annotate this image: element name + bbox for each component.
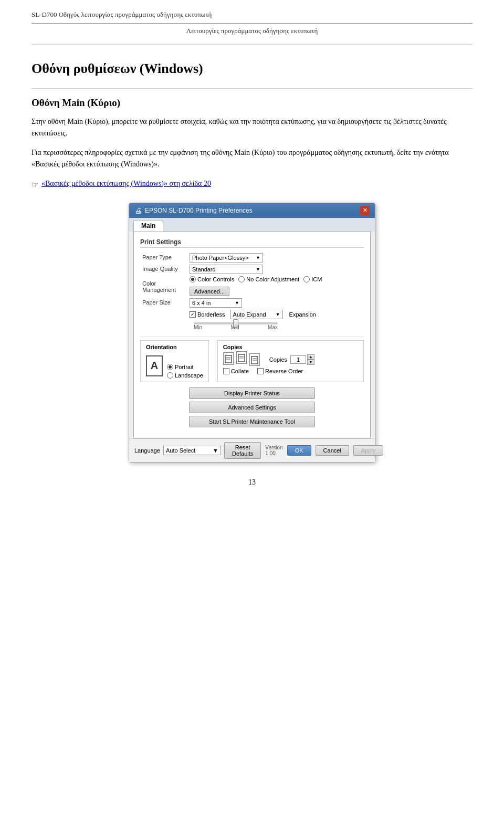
paper-size-select[interactable]: 6 x 4 in ▼ — [190, 298, 242, 308]
settings-table: Paper Type Photo Paper<Glossy> ▼ Image Q… — [140, 252, 364, 331]
image-quality-row: Image Quality Standard ▼ — [140, 264, 364, 275]
borderless-row: Borderless Auto Expand ▼ Expansion — [140, 309, 364, 331]
main-title: Οθόνη ρυθμίσεων (Windows) — [32, 61, 472, 77]
borderless-value-cell: Borderless Auto Expand ▼ Expansion — [187, 309, 364, 331]
start-maintenance-button[interactable]: Start SL Printer Maintenance Tool — [189, 416, 315, 427]
copy-icon-2 — [236, 351, 247, 364]
dialog-title-text: EPSON SL-D700 Printing Preferences — [145, 207, 253, 214]
icm-label: ICM — [311, 276, 322, 282]
apply-button[interactable]: Apply — [353, 445, 384, 456]
language-value: Auto Select — [166, 447, 195, 454]
paper-type-row: Paper Type Photo Paper<Glossy> ▼ — [140, 252, 364, 264]
dialog-footer: Language Auto Select ▼ Reset Defaults Ve… — [129, 438, 375, 462]
portrait-label: Portrait — [175, 364, 193, 370]
paper-type-text: Photo Paper<Glossy> — [192, 255, 249, 261]
color-management-row: Color Management Color Controls No Color… — [140, 275, 364, 297]
collate-checkbox-item[interactable]: Collate — [223, 368, 249, 374]
reverse-order-checkbox[interactable] — [257, 368, 264, 374]
image-quality-text: Standard — [192, 266, 216, 272]
landscape-label: Landscape — [175, 372, 203, 379]
language-select[interactable]: Auto Select ▼ — [163, 446, 221, 455]
image-quality-label: Image Quality — [140, 264, 187, 275]
paper-size-label: Paper Size — [140, 297, 187, 309]
copies-icons-row: Copies ▲ ▼ — [223, 353, 358, 366]
paper-type-select[interactable]: Photo Paper<Glossy> ▼ — [190, 253, 263, 262]
copies-icons — [223, 353, 258, 366]
borderless-checkbox-item[interactable]: Borderless — [190, 311, 225, 318]
copies-count-box: Copies ▲ ▼ — [269, 354, 314, 365]
radio-color-controls[interactable]: Color Controls — [190, 276, 234, 282]
display-printer-status-button[interactable]: Display Printer Status — [189, 387, 315, 399]
copy-icon-1 — [223, 352, 234, 365]
action-buttons-row: Display Printer Status Advanced Settings… — [140, 387, 364, 427]
advanced-settings-button[interactable]: Advanced Settings — [189, 402, 315, 413]
radio-portrait[interactable]: Portrait — [167, 364, 203, 370]
header-center: Λειτουργίες προγράμματος οδήγησης εκτυπω… — [32, 24, 472, 45]
dialog-window: 🖨 EPSON SL-D700 Printing Preferences ✕ M… — [129, 203, 375, 463]
dialog-icon: 🖨 — [134, 206, 142, 215]
max-label: Max — [268, 324, 278, 330]
dialog-body: Print Settings Paper Type Photo Paper<Gl… — [133, 232, 371, 438]
note-text[interactable]: «Βασικές μέθοδοι εκτύπωσης (Windows)» στ… — [41, 178, 211, 190]
radio-landscape[interactable]: Landscape — [167, 372, 203, 379]
copies-spin-up[interactable]: ▲ — [307, 354, 314, 360]
dialog-title-left: 🖨 EPSON SL-D700 Printing Preferences — [134, 206, 253, 215]
expansion-slider-thumb[interactable] — [233, 319, 238, 328]
language-arrow: ▼ — [213, 447, 218, 454]
reset-defaults-button[interactable]: Reset Defaults — [224, 442, 261, 459]
radio-no-color[interactable]: No Color Adjustment — [238, 276, 299, 282]
start-maintenance-label: Start SL Printer Maintenance Tool — [209, 418, 295, 425]
ok-button[interactable]: OK — [287, 445, 311, 456]
tab-main[interactable]: Main — [133, 220, 163, 232]
page-number: 13 — [32, 478, 472, 487]
reverse-order-checkbox-item[interactable]: Reverse Order — [257, 368, 303, 374]
expansion-row: Auto Expand ▼ Expansion — [230, 310, 316, 319]
image-quality-select[interactable]: Standard ▼ — [190, 265, 263, 274]
cancel-label: Cancel — [323, 447, 341, 454]
radio-icm-dot — [303, 276, 310, 282]
orientation-copies-row: Orientation A Portrait La — [140, 340, 364, 382]
color-management-options: Color Controls No Color Adjustment ICM — [190, 276, 362, 296]
advanced-button[interactable]: Advanced... — [190, 287, 229, 296]
borderless-label: Borderless — [197, 311, 225, 318]
no-color-label: No Color Adjustment — [246, 276, 299, 282]
expansion-select[interactable]: Auto Expand ▼ — [230, 310, 283, 319]
paper-type-value-cell: Photo Paper<Glossy> ▼ — [187, 252, 364, 264]
header-center-text: Λειτουργίες προγράμματος οδήγησης εκτυπω… — [186, 27, 318, 35]
color-management-value-cell: Color Controls No Color Adjustment ICM — [187, 275, 364, 297]
color-controls-label: Color Controls — [197, 276, 234, 282]
dialog-titlebar: 🖨 EPSON SL-D700 Printing Preferences ✕ — [129, 203, 375, 218]
copies-box: Copies — [217, 340, 364, 382]
cancel-button[interactable]: Cancel — [316, 445, 349, 456]
version-label: Version 1.00 — [265, 445, 282, 456]
title-divider — [32, 88, 472, 89]
reset-defaults-label: Reset Defaults — [232, 444, 253, 457]
header-left: SL-D700 Οδηγός λειτουργίας προγράμματος … — [32, 10, 212, 19]
orientation-title: Orientation — [146, 344, 177, 350]
display-printer-status-label: Display Printer Status — [224, 390, 280, 396]
paper-type-arrow: ▼ — [256, 255, 260, 260]
copies-spin-buttons: ▲ ▼ — [307, 354, 314, 365]
radio-landscape-dot — [167, 372, 173, 379]
note-line: ☞ «Βασικές μέθοδοι εκτύπωσης (Windows)» … — [32, 178, 472, 191]
dialog-tabs: Main — [129, 218, 375, 232]
collate-label: Collate — [231, 368, 249, 374]
note-icon: ☞ — [32, 178, 38, 191]
paper-size-text: 6 x 4 in — [192, 300, 211, 306]
advanced-settings-label: Advanced Settings — [228, 404, 276, 411]
ok-label: OK — [295, 447, 303, 454]
copy-icon-3 — [249, 353, 260, 366]
close-button[interactable]: ✕ — [360, 206, 370, 215]
radio-icm[interactable]: ICM — [303, 276, 322, 282]
color-management-label: Color Management — [140, 275, 187, 297]
expansion-slider-track[interactable] — [194, 322, 278, 324]
copies-count-input[interactable] — [290, 355, 306, 364]
radio-portrait-dot — [167, 364, 173, 370]
copies-spin-down[interactable]: ▼ — [307, 360, 314, 365]
advanced-label: Advanced... — [194, 288, 225, 295]
reverse-order-label: Reverse Order — [265, 368, 303, 374]
borderless-checkbox[interactable] — [190, 311, 196, 318]
portrait-icon: A — [146, 355, 163, 376]
min-label: Min — [194, 324, 202, 330]
collate-checkbox[interactable] — [223, 368, 229, 374]
